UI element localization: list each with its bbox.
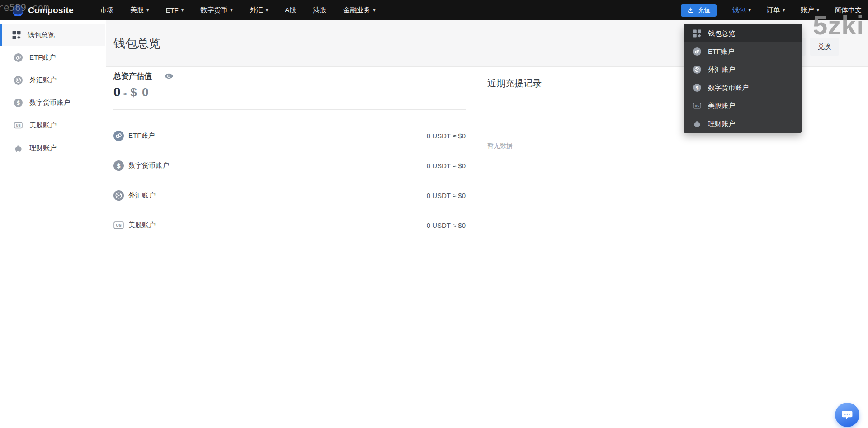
main-nav: 市场 美股 ETF 数字货币 外汇 A股 港股 金融业务 [100, 6, 392, 14]
language-selector[interactable]: 简体中文 [835, 6, 862, 14]
nav-item-a-shares[interactable]: A股 [285, 6, 296, 14]
dropdown-item-label: 理财账户 [708, 120, 735, 128]
chat-support-button[interactable] [835, 403, 859, 427]
dropdown-item-label: 钱包总览 [708, 29, 735, 38]
eye-icon[interactable] [164, 71, 174, 81]
nav-item-market[interactable]: 市场 [100, 6, 113, 14]
sidebar-item-wallet-overview[interactable]: 钱包总览 [0, 24, 105, 46]
account-value: 0 USDT ≈ $0 [427, 221, 466, 229]
account-label: 美股账户 [128, 221, 156, 230]
dropdown-item-label: 美股账户 [708, 102, 735, 110]
sidebar-item-label: 理财账户 [29, 144, 57, 152]
sidebar-item-wealth-account[interactable]: 理财账户 [0, 136, 105, 159]
account-row-forex[interactable]: 外汇账户 0 USDT ≈ $0 [113, 180, 466, 210]
brand-name: Composite [28, 5, 74, 15]
globe-icon [14, 76, 23, 85]
total-assets-amount: 0 [113, 85, 121, 99]
dropdown-item-us-stock-account[interactable]: 美股账户 [684, 97, 802, 115]
grid-icon [693, 29, 701, 38]
sidebar-item-label: 美股账户 [29, 121, 57, 130]
nav-item-hk-stocks[interactable]: 港股 [313, 6, 326, 14]
sidebar-item-label: ETF账户 [29, 53, 56, 62]
convert-button[interactable]: 兑换 [810, 38, 839, 56]
navbar-right: 充值 钱包 订单 账户 简体中文 [681, 0, 862, 20]
nav-item-orders[interactable]: 订单 [766, 6, 785, 14]
us-stock-icon [14, 121, 23, 130]
dropdown-item-forex-account[interactable]: 外汇账户 [684, 61, 802, 79]
composite-logo-icon [12, 4, 24, 16]
dropdown-item-label: ETF账户 [708, 47, 734, 56]
nav-item-etf[interactable]: ETF [165, 6, 184, 14]
nav-item-account[interactable]: 账户 [800, 6, 819, 14]
chat-bubble-icon [841, 409, 854, 421]
etf-rings-icon [693, 47, 701, 56]
sidebar-item-label: 外汇账户 [29, 76, 57, 85]
sidebar-item-label: 钱包总览 [28, 31, 55, 39]
total-assets-label: 总资产估值 [113, 71, 152, 81]
sidebar-item-forex-account[interactable]: 外汇账户 [0, 69, 105, 91]
sidebar-item-us-stock-account[interactable]: 美股账户 [0, 114, 105, 136]
approx-symbol: ≈ [123, 90, 127, 98]
account-label: 外汇账户 [128, 191, 156, 200]
assets-column: 总资产估值 0 ≈ $ 0 ETF账户 0 USDT ≈ $0 [113, 67, 466, 240]
wallet-dropdown-menu: 钱包总览 ETF账户 外汇账户 数字货币账户 美股账户 理财账户 [684, 24, 802, 133]
account-value: 0 USDT ≈ $0 [427, 192, 466, 199]
piggy-bank-icon [693, 120, 701, 128]
account-row-us-stock[interactable]: 美股账户 0 USDT ≈ $0 [113, 210, 466, 240]
dollar-icon [693, 84, 701, 92]
dropdown-item-wealth-account[interactable]: 理财账户 [684, 115, 802, 133]
us-stock-icon [113, 220, 124, 230]
account-row-crypto[interactable]: 数字货币账户 0 USDT ≈ $0 [113, 151, 466, 180]
page-title: 钱包总览 [113, 36, 160, 52]
account-label: ETF账户 [128, 132, 155, 140]
brand-logo[interactable]: Composite [12, 4, 74, 16]
recharge-button[interactable]: 充值 [681, 4, 717, 17]
total-assets-usd: $ 0 [130, 85, 149, 99]
dropdown-item-label: 数字货币账户 [708, 84, 749, 92]
piggy-bank-icon [14, 144, 23, 152]
records-title: 近期充提记录 [487, 77, 542, 89]
account-row-etf[interactable]: ETF账户 0 USDT ≈ $0 [113, 121, 466, 151]
globe-icon [693, 66, 701, 74]
records-column: 近期充提记录 查看全部 暂无数据 [487, 67, 868, 150]
account-list: ETF账户 0 USDT ≈ $0 数字货币账户 0 USDT ≈ $0 外汇账… [113, 121, 466, 240]
dropdown-item-crypto-account[interactable]: 数字货币账户 [684, 79, 802, 97]
globe-icon [113, 190, 124, 201]
wallet-sidebar: 钱包总览 ETF账户 外汇账户 数字货币账户 美股账户 理财账户 [0, 20, 105, 428]
nav-item-crypto[interactable]: 数字货币 [200, 6, 233, 14]
nav-item-financial-services[interactable]: 金融业务 [343, 6, 376, 14]
etf-rings-icon [113, 131, 124, 141]
dropdown-item-wallet-overview[interactable]: 钱包总览 [684, 24, 802, 42]
dollar-icon [14, 99, 23, 107]
recharge-label: 充值 [698, 6, 710, 14]
total-assets-section: 总资产估值 0 ≈ $ 0 [113, 67, 466, 110]
account-label: 数字货币账户 [128, 161, 169, 170]
grid-icon [12, 31, 21, 39]
sidebar-item-etf-account[interactable]: ETF账户 [0, 46, 105, 69]
etf-rings-icon [14, 53, 23, 62]
account-value: 0 USDT ≈ $0 [427, 132, 466, 140]
dropdown-item-etf-account[interactable]: ETF账户 [684, 42, 802, 61]
nav-item-wallet[interactable]: 钱包 [732, 6, 751, 14]
account-value: 0 USDT ≈ $0 [427, 162, 466, 169]
sidebar-item-label: 数字货币账户 [29, 99, 70, 107]
download-icon [687, 7, 694, 14]
top-navbar: Composite 市场 美股 ETF 数字货币 外汇 A股 港股 金融业务 充… [0, 0, 868, 20]
nav-item-us-stocks[interactable]: 美股 [130, 6, 149, 14]
dropdown-item-label: 外汇账户 [708, 66, 735, 74]
sidebar-item-crypto-account[interactable]: 数字货币账户 [0, 91, 105, 114]
dollar-icon [113, 160, 124, 171]
empty-state-text: 暂无数据 [487, 142, 868, 150]
nav-item-forex[interactable]: 外汇 [250, 6, 269, 14]
us-stock-icon [693, 102, 701, 110]
